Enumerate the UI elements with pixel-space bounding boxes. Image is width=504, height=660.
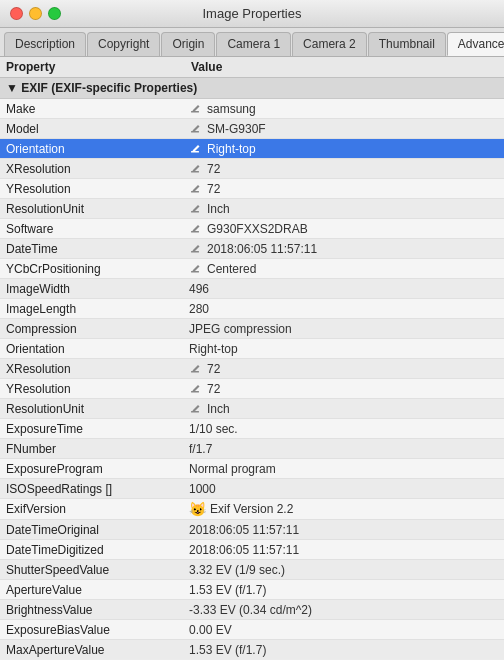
edit-icon[interactable] (189, 202, 203, 216)
table-row[interactable]: ResolutionUnit Inch (0, 199, 504, 219)
tab-camera1[interactable]: Camera 1 (216, 32, 291, 56)
maximize-button[interactable] (48, 7, 61, 20)
value-text: 72 (207, 182, 220, 196)
property-cell: ImageWidth (0, 280, 185, 298)
value-text: -3.33 EV (0.34 cd/m^2) (189, 603, 312, 617)
property-cell: YResolution (0, 380, 185, 398)
exif-section-header[interactable]: ▼ EXIF (EXIF-specific Properties) (0, 78, 504, 99)
table-row[interactable]: MaxApertureValue1.53 EV (f/1.7) (0, 640, 504, 659)
table-row[interactable]: XResolution 72 (0, 359, 504, 379)
table-row[interactable]: YResolution 72 (0, 179, 504, 199)
value-cell: Right-top (185, 140, 504, 158)
title-bar: Image Properties (0, 0, 504, 28)
value-text: Inch (207, 402, 230, 416)
value-cell: f/1.7 (185, 440, 504, 458)
tab-origin[interactable]: Origin (161, 32, 215, 56)
table-row[interactable]: XResolution 72 (0, 159, 504, 179)
value-text: SM-G930F (207, 122, 266, 136)
edit-icon[interactable] (189, 222, 203, 236)
tab-thumbnail[interactable]: Thumbnail (368, 32, 446, 56)
edit-icon[interactable] (189, 162, 203, 176)
value-text: Exif Version 2.2 (210, 502, 293, 516)
value-cell: Normal program (185, 460, 504, 478)
table-row[interactable]: YCbCrPositioning Centered (0, 259, 504, 279)
property-column-header: Property (6, 60, 191, 74)
table-row[interactable]: Software G930FXXS2DRAB (0, 219, 504, 239)
value-text: 72 (207, 362, 220, 376)
value-text: Centered (207, 262, 256, 276)
value-cell: 😺Exif Version 2.2 (185, 499, 504, 519)
tab-bar: Description Copyright Origin Camera 1 Ca… (0, 28, 504, 57)
tab-advanced[interactable]: Advanced (447, 32, 504, 56)
property-cell: ExposureTime (0, 420, 185, 438)
value-text: Normal program (189, 462, 276, 476)
table-row[interactable]: ResolutionUnit Inch (0, 399, 504, 419)
tab-camera2[interactable]: Camera 2 (292, 32, 367, 56)
property-cell: XResolution (0, 360, 185, 378)
edit-icon[interactable] (189, 122, 203, 136)
tab-description[interactable]: Description (4, 32, 86, 56)
table-row[interactable]: ExposureTime1/10 sec. (0, 419, 504, 439)
table-row[interactable]: Orientation Right-top (0, 139, 504, 159)
table-row[interactable]: ExposureProgramNormal program (0, 459, 504, 479)
property-cell: XResolution (0, 160, 185, 178)
info-icon: 😺 (189, 501, 206, 517)
table-row[interactable]: Model SM-G930F (0, 119, 504, 139)
tab-copyright[interactable]: Copyright (87, 32, 160, 56)
table-row[interactable]: ImageLength280 (0, 299, 504, 319)
value-text: 2018:06:05 11:57:11 (189, 543, 299, 557)
edit-icon[interactable] (189, 382, 203, 396)
edit-icon[interactable] (189, 242, 203, 256)
edit-icon[interactable] (189, 102, 203, 116)
value-text: Inch (207, 202, 230, 216)
table-row[interactable]: DateTime 2018:06:05 11:57:11 (0, 239, 504, 259)
value-text: 72 (207, 382, 220, 396)
value-text: G930FXXS2DRAB (207, 222, 308, 236)
table-row[interactable]: ImageWidth496 (0, 279, 504, 299)
value-cell: 2018:06:05 11:57:11 (185, 541, 504, 559)
property-cell: Compression (0, 320, 185, 338)
value-text: Right-top (207, 142, 256, 156)
table-row[interactable]: DateTimeOriginal2018:06:05 11:57:11 (0, 520, 504, 540)
edit-icon[interactable] (189, 182, 203, 196)
value-cell: 0.00 EV (185, 621, 504, 639)
value-cell: 72 (185, 180, 504, 198)
value-cell: Centered (185, 260, 504, 278)
table-row[interactable]: YResolution 72 (0, 379, 504, 399)
edit-icon[interactable] (189, 402, 203, 416)
value-text: 0.00 EV (189, 623, 232, 637)
value-cell: 2018:06:05 11:57:11 (185, 240, 504, 258)
property-cell: YResolution (0, 180, 185, 198)
property-cell: DateTimeOriginal (0, 521, 185, 539)
table-row[interactable]: ExposureBiasValue0.00 EV (0, 620, 504, 640)
table-row[interactable]: BrightnessValue-3.33 EV (0.34 cd/m^2) (0, 600, 504, 620)
table-row[interactable]: CompressionJPEG compression (0, 319, 504, 339)
table-row[interactable]: FNumberf/1.7 (0, 439, 504, 459)
edit-icon[interactable] (189, 362, 203, 376)
table-row[interactable]: ISOSpeedRatings []1000 (0, 479, 504, 499)
property-cell: ImageLength (0, 300, 185, 318)
table-row[interactable]: ExifVersion😺Exif Version 2.2 (0, 499, 504, 520)
table-row[interactable]: ApertureValue1.53 EV (f/1.7) (0, 580, 504, 600)
property-cell: ShutterSpeedValue (0, 561, 185, 579)
value-text: 72 (207, 162, 220, 176)
property-cell: ExifVersion (0, 500, 185, 518)
property-cell: Make (0, 100, 185, 118)
property-cell: YCbCrPositioning (0, 260, 185, 278)
rows-container: Make samsungModel SM-G930FOrientation Ri… (0, 99, 504, 659)
edit-icon[interactable] (189, 142, 203, 156)
edit-icon[interactable] (189, 262, 203, 276)
table-row[interactable]: ShutterSpeedValue3.32 EV (1/9 sec.) (0, 560, 504, 580)
property-cell: MaxApertureValue (0, 641, 185, 659)
value-cell: -3.33 EV (0.34 cd/m^2) (185, 601, 504, 619)
value-cell: 1.53 EV (f/1.7) (185, 641, 504, 659)
table-row[interactable]: Make samsung (0, 99, 504, 119)
minimize-button[interactable] (29, 7, 42, 20)
value-text: JPEG compression (189, 322, 292, 336)
property-cell: FNumber (0, 440, 185, 458)
close-button[interactable] (10, 7, 23, 20)
property-cell: Orientation (0, 340, 185, 358)
value-text: samsung (207, 102, 256, 116)
table-row[interactable]: OrientationRight-top (0, 339, 504, 359)
table-row[interactable]: DateTimeDigitized2018:06:05 11:57:11 (0, 540, 504, 560)
